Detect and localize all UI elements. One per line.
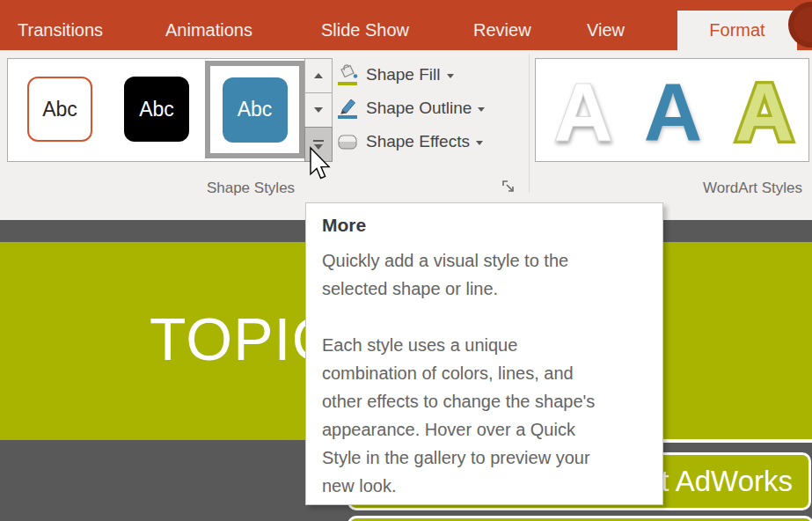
chevron-down-icon (314, 107, 323, 113)
svg-text:A: A (644, 70, 702, 150)
tab-view[interactable]: View (587, 11, 625, 50)
tab-slide-show[interactable]: Slide Show (321, 11, 409, 50)
svg-text:A: A (735, 70, 794, 150)
shape-style-item-1[interactable]: Abc (27, 77, 92, 142)
pencil-icon (337, 97, 360, 120)
wordart-style-green[interactable]: A (728, 70, 801, 150)
tab-animations[interactable]: Animations (165, 11, 252, 50)
shape-effects-icon (337, 130, 360, 153)
group-separator (529, 54, 530, 193)
caret-down-icon (447, 74, 454, 78)
tab-transitions[interactable]: Transitions (18, 11, 103, 50)
caret-down-icon (476, 141, 483, 145)
tab-review[interactable]: Review (473, 11, 531, 50)
tooltip-line: new look. (322, 472, 647, 500)
gallery-scroll-down-button[interactable] (304, 92, 333, 128)
tooltip-line: Quickly add a visual style to the (322, 246, 647, 275)
tooltip-line: combination of colors, lines, and (322, 359, 647, 387)
wordart-group-label: WordArt Styles (703, 180, 802, 197)
app-root: Transitions Animations Slide Show Review… (0, 0, 812, 521)
tooltip-line: appearance. Hover over a Quick (322, 415, 647, 444)
partial-bottom-button[interactable] (347, 516, 812, 521)
tab-format[interactable]: Format (677, 11, 797, 50)
ribbon-content: Abc Abc Abc Shap (0, 50, 812, 220)
shape-style-item-2[interactable]: Abc (124, 77, 189, 142)
shape-effects-button[interactable]: Shape Effects (337, 128, 483, 155)
tooltip-line: Each style uses a unique (322, 331, 647, 359)
wordart-style-blue[interactable]: A (638, 70, 708, 150)
shape-fill-button[interactable]: Shape Fill (337, 62, 454, 88)
mouse-cursor-icon (309, 146, 333, 181)
shape-outline-button[interactable]: Shape Outline (337, 95, 485, 121)
paint-bucket-icon (337, 63, 360, 86)
svg-text:A: A (554, 70, 612, 150)
tooltip-line (322, 303, 647, 331)
shape-fill-label: Shape Fill (366, 65, 441, 84)
tooltip-line: other effects to change the shape's (322, 387, 647, 415)
more-icon (313, 140, 324, 142)
dialog-launcher-icon (501, 180, 516, 194)
shape-styles-gallery: Abc Abc Abc (7, 58, 305, 162)
tooltip-line: selected shape or line. (322, 275, 647, 303)
wordart-style-white[interactable]: A (548, 70, 618, 150)
tooltip-line: Style in the gallery to preview your (322, 444, 647, 472)
tooltip-title: More (322, 215, 647, 236)
more-tooltip: More Quickly add a visual style to the s… (305, 202, 663, 505)
caret-down-icon (478, 107, 485, 112)
dialog-launcher-button[interactable] (501, 180, 516, 194)
ribbon-tab-bar: Transitions Animations Slide Show Review… (0, 0, 812, 50)
shape-style-item-3-selected[interactable]: Abc (223, 77, 288, 143)
wordart-gallery: A A A (535, 58, 809, 162)
shape-outline-label: Shape Outline (366, 99, 472, 118)
selected-style-frame: Abc (205, 61, 304, 158)
shape-effects-label: Shape Effects (366, 132, 470, 151)
shape-styles-group-label: Shape Styles (198, 180, 304, 197)
gallery-scroll-up-button[interactable] (304, 58, 333, 93)
chevron-up-icon (314, 73, 323, 78)
